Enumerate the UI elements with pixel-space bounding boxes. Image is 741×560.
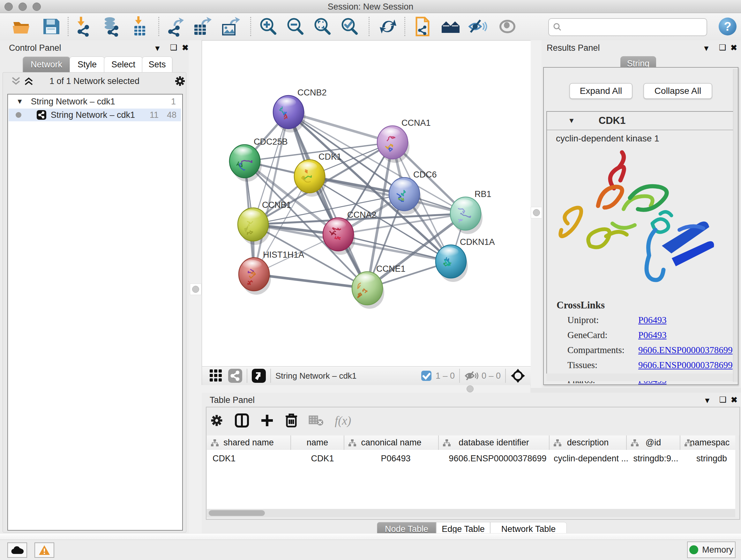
panel-float-icon[interactable]: ❑ [170,43,177,52]
panel-close-icon[interactable]: ✖ [731,395,738,405]
column-header[interactable]: namespac [680,435,740,450]
network-node[interactable] [294,160,325,193]
network-edge[interactable] [288,112,367,288]
add-column-icon[interactable] [260,414,274,428]
zoom-selected-icon[interactable] [339,16,360,37]
table-header-row: shared namenamecanonical namedatabase id… [207,435,735,450]
share-document-icon[interactable] [413,16,434,37]
tree-expand-icon[interactable]: ▼ [16,98,23,106]
right-splitter-handle[interactable] [531,207,542,219]
panel-float-icon[interactable]: ❑ [719,43,726,52]
network-node[interactable] [450,197,481,230]
column-header[interactable]: @id [627,435,680,450]
left-splitter-handle[interactable] [190,284,201,295]
network-node[interactable] [352,272,383,305]
crosslink-link[interactable]: 9606.ENSP00000378699 [638,345,733,355]
panel-close-icon[interactable]: ✖ [731,43,737,52]
column-header[interactable]: name [291,435,344,450]
panel-menu-icon[interactable]: ▾ [704,44,709,53]
search-input[interactable] [548,18,707,36]
panel-menu-icon[interactable]: ▾ [155,44,159,53]
table-options-gear-icon[interactable] [210,414,224,428]
expand-all-button[interactable]: Expand All [569,83,632,99]
right-splitter[interactable] [531,40,542,388]
memory-button[interactable]: Memory [687,542,736,558]
table-cell[interactable]: CDK1 [207,450,296,509]
open-folder-icon[interactable] [11,16,32,37]
cdk1-header-row[interactable]: ▼ CDK1 [547,112,734,130]
toolbar-separator [404,17,405,36]
table-cell[interactable]: CDK1 [296,450,349,509]
crosslink-link[interactable]: P06493 [638,315,667,325]
network-node[interactable] [323,218,354,251]
export-table-icon[interactable] [192,16,212,37]
network-node[interactable] [273,96,304,129]
home-network-icon[interactable] [441,16,461,37]
panel-close-icon[interactable]: ✖ [182,43,189,52]
column-header[interactable]: description [549,435,627,450]
import-table-icon[interactable] [129,16,150,37]
warning-status-button[interactable] [35,543,54,558]
table-cell[interactable]: 9606.ENSP00000378699 [443,450,553,509]
pan-crosshair-icon[interactable] [510,368,526,383]
horizontal-splitter[interactable] [202,385,530,393]
tree-row-network[interactable]: String Network – cdk1 11 48 [9,109,181,121]
network-node[interactable] [238,208,268,241]
column-header[interactable]: database identifier [439,435,549,450]
delete-column-trash-icon[interactable] [285,413,298,428]
table-hscrollbar[interactable] [207,509,735,517]
table-hscrollbar-thumb[interactable] [209,510,265,516]
selected-checkbox-icon[interactable] [421,370,432,381]
network-node[interactable] [239,258,269,291]
network-node[interactable] [377,126,408,159]
network-edge[interactable] [254,274,367,288]
tab-style[interactable]: Style [70,57,105,72]
column-header[interactable]: shared name [207,435,291,450]
collapse-entry-icon[interactable]: ▼ [568,117,575,125]
crosslink-label: GeneCard: [567,330,638,340]
cloud-status-button[interactable] [7,543,27,558]
panel-float-icon[interactable]: ❑ [719,395,726,404]
refresh-icon[interactable] [378,16,398,37]
tab-network[interactable]: Network [23,57,70,72]
import-database-icon[interactable] [101,16,121,37]
crosslink-link[interactable]: P06493 [638,330,667,340]
table-cell[interactable]: cyclin-dependent ... [553,450,629,509]
help-icon[interactable]: ? [719,17,737,36]
tab-select[interactable]: Select [104,57,143,72]
tree-row-collection[interactable]: ▼ String Network – cdk1 1 [9,95,181,108]
network-node[interactable] [389,178,420,211]
export-image-icon[interactable] [220,16,241,37]
node-label: CCNE1 [376,264,406,273]
import-network-icon[interactable] [73,16,93,37]
collapse-all-button[interactable]: Collapse All [643,83,712,99]
table-cell[interactable]: stringdb [682,450,741,509]
string-network-graph[interactable]: CCNB2CCNA1CDC25BCDK1CDC6RB1CCNB1CCNA2CDK… [202,41,531,366]
birds-eye-grid-icon[interactable] [209,369,223,383]
column-header[interactable]: canonical name [344,435,439,450]
open-in-window-icon[interactable] [252,369,266,383]
table-row[interactable]: CDK1CDK1P064939606.ENSP00000378699cyclin… [207,450,735,509]
results-vscrollbar[interactable] [733,69,738,382]
export-network-icon[interactable] [165,16,185,37]
zoom-out-icon[interactable] [285,16,306,37]
table-cell[interactable]: P06493 [349,450,443,509]
tab-sets[interactable]: Sets [142,57,172,72]
show-all-icon[interactable] [497,16,518,37]
table-panel-title: Table Panel [210,395,255,405]
network-share-icon[interactable] [228,369,242,383]
hide-selected-icon[interactable] [468,16,488,37]
network-node[interactable] [229,145,260,178]
zoom-in-icon[interactable] [258,16,278,37]
results-hscrollbar[interactable] [546,374,733,381]
show-columns-icon[interactable] [234,413,249,428]
panel-menu-icon[interactable]: ▾ [705,395,710,405]
crosslink-link[interactable]: 9606.ENSP00000378699 [638,360,733,370]
network-node[interactable] [435,245,466,278]
zoom-fit-icon[interactable] [312,16,333,37]
left-splitter[interactable] [189,40,202,535]
table-cell[interactable]: stringdb:9... [629,450,682,509]
network-options-gear-icon[interactable] [174,75,186,87]
network-canvas[interactable]: CCNB2CCNA1CDC25BCDK1CDC6RB1CCNB1CCNA2CDK… [202,40,531,367]
save-icon[interactable] [41,16,61,37]
